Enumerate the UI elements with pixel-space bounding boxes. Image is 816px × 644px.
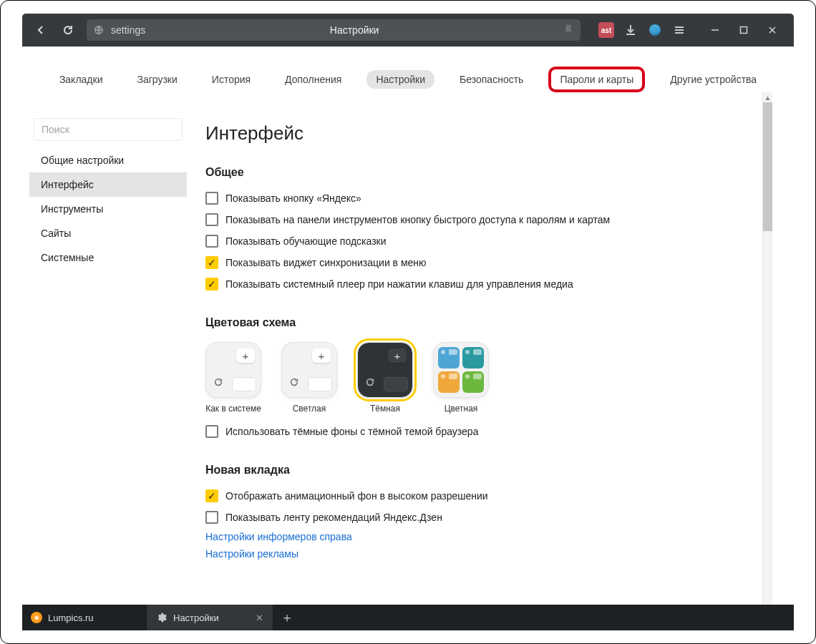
topnav-passwords-and-cards[interactable]: Пароли и карты [548,67,645,92]
theme-label: Как в системе [205,404,261,414]
theme-preview: + [205,342,261,398]
checkbox-label: Показывать системный плеер при нажатии к… [225,278,573,290]
tab-favicon-gear-icon [156,612,167,623]
content-shell: Закладки Загрузки История Дополнения Нас… [22,47,794,643]
section-heading-theme: Цветовая схема [205,316,775,329]
section-heading-newtab: Новая вкладка [205,464,775,477]
sidebar-item-tools[interactable]: Инструменты [29,197,187,221]
site-identity-icon [94,25,104,35]
theme-label: Светлая [293,404,326,414]
svg-rect-1 [741,27,747,34]
search-placeholder-text: Поиск [42,124,69,135]
topnav-other-devices[interactable]: Другие устройства [661,70,766,89]
window-minimize-button[interactable] [701,19,729,42]
tab-label: Настройки [173,613,219,623]
topnav-addons[interactable]: Дополнения [276,70,351,89]
tab-label: Lumpics.ru [48,613,94,623]
theme-preview [433,342,489,398]
plus-icon: + [312,348,331,363]
menu-button[interactable] [669,20,689,40]
topnav-downloads[interactable]: Загрузки [127,70,186,89]
checkbox-dark-backgrounds[interactable]: Использовать тёмные фоны с тёмной темой … [205,421,775,442]
theme-card-2[interactable]: +Тёмная [357,342,413,414]
checkbox-label: Отображать анимационный фон в высоком ра… [225,490,488,502]
extension-lastfm-icon[interactable]: ast [596,20,616,40]
settings-sidebar: Поиск Общие настройки Интерфейс Инструме… [29,111,187,643]
checkbox-icon [205,425,218,438]
checkbox-newtab-1[interactable]: Показывать ленту рекомендаций Яндекс.Дзе… [205,507,775,528]
extension-globe-icon[interactable] [645,20,665,40]
bookmark-icon[interactable] [563,24,573,36]
address-bar[interactable]: settings Настройки [87,19,581,41]
sidebar-item-interface[interactable]: Интерфейс [29,172,187,197]
downloads-icon[interactable] [621,20,641,40]
sidebar-item-sites[interactable]: Сайты [29,221,187,245]
window-maximize-button[interactable] [729,19,758,42]
checkbox-icon [205,235,218,248]
checkbox-icon [205,511,218,524]
theme-label: Цветная [445,404,478,414]
reload-icon [365,377,375,390]
tab-favicon-lumpics-icon: ✶ [31,612,42,623]
color-grid [434,343,488,397]
sidebar-item-system[interactable]: Системные [29,245,187,270]
titlebar: settings Настройки ast [22,14,794,47]
link-0[interactable]: Настройки информеров справа [205,528,775,545]
theme-card-3[interactable]: Цветная [433,342,489,414]
theme-label: Тёмная [370,404,400,414]
tab-close-button[interactable]: ✕ [256,613,263,623]
checkbox-icon [205,192,218,205]
checkbox-label: Показывать обучающие подсказки [225,235,387,247]
url-site-text: settings [111,24,145,36]
theme-preview: + [357,342,413,398]
theme-card-1[interactable]: +Светлая [281,342,337,414]
reload-icon [289,377,299,390]
scrollbar-arrow-up-icon[interactable]: ▲ [763,92,772,102]
checkbox-general-1[interactable]: Показывать на панели инструментов кнопку… [205,209,775,230]
checkbox-icon: ✓ [205,489,218,502]
tab-settings[interactable]: Настройки ✕ [147,605,273,630]
checkbox-label: Использовать тёмные фоны с тёмной темой … [225,426,478,437]
new-tab-button[interactable]: ＋ [273,605,301,630]
top-navigation: Закладки Загрузки История Дополнения Нас… [22,47,794,111]
tab-lumpics[interactable]: ✶ Lumpics.ru [22,605,147,630]
topnav-history[interactable]: История [203,70,260,89]
checkbox-icon [205,213,218,226]
tab-shape [308,377,332,391]
tab-bar: ✶ Lumpics.ru Настройки ✕ ＋ [22,605,794,630]
scrollbar-thumb[interactable] [763,102,772,231]
section-heading-general: Общее [205,166,775,179]
nav-back-button[interactable] [29,19,52,42]
url-title-text: Настройки [152,24,556,36]
checkbox-icon: ✓ [205,278,218,291]
search-input[interactable]: Поиск [34,118,183,141]
checkbox-icon: ✓ [205,256,218,269]
plus-icon: + [236,348,255,363]
link-1[interactable]: Настройки рекламы [205,545,775,562]
nav-reload-button[interactable] [57,19,79,42]
main-panel: Интерфейс Общее Показывать кнопку «Яндек… [194,111,787,643]
checkbox-label: Показывать на панели инструментов кнопку… [225,214,610,225]
checkbox-label: Показывать виджет синхронизации в меню [225,257,427,268]
checkbox-newtab-0[interactable]: ✓Отображать анимационный фон в высоком р… [205,485,775,507]
topnav-bookmarks[interactable]: Закладки [50,70,112,89]
theme-preview: + [281,342,337,398]
window-close-button[interactable] [758,19,787,42]
plus-icon: + [388,348,407,363]
tab-shape [384,377,408,391]
checkbox-general-2[interactable]: Показывать обучающие подсказки [205,230,775,252]
reload-icon [213,377,223,390]
panel-title: Интерфейс [205,122,775,145]
theme-card-0[interactable]: +Как в системе [205,342,261,414]
topnav-settings[interactable]: Настройки [366,70,434,89]
checkbox-label: Показывать ленту рекомендаций Яндекс.Дзе… [225,512,442,523]
sidebar-item-general[interactable]: Общие настройки [29,148,187,172]
checkbox-general-0[interactable]: Показывать кнопку «Яндекс» [205,187,775,209]
checkbox-general-3[interactable]: ✓Показывать виджет синхронизации в меню [205,252,775,273]
tab-shape [232,377,256,391]
vertical-scrollbar[interactable]: ▲ ▼ [762,92,772,626]
checkbox-label: Показывать кнопку «Яндекс» [225,192,361,204]
checkbox-general-4[interactable]: ✓Показывать системный плеер при нажатии … [205,273,775,295]
topnav-security[interactable]: Безопасность [450,70,533,89]
